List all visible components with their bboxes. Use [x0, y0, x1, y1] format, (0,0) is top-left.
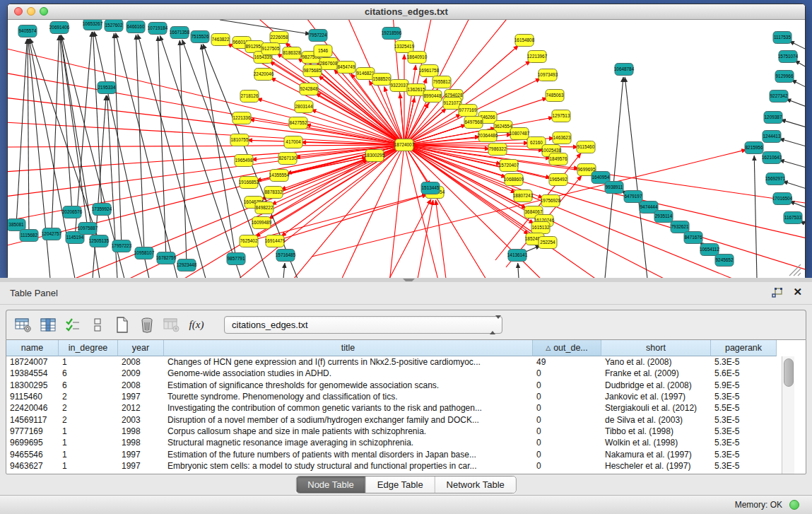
graph-node[interactable]: 17016504: [772, 193, 793, 205]
graph-node[interactable]: 10654112: [700, 244, 719, 256]
graph-node[interactable]: 17359924: [92, 204, 112, 216]
column-header-short[interactable]: short: [601, 340, 711, 356]
graph-node[interactable]: 2226058: [270, 32, 288, 44]
table-row[interactable]: 1872400712008Changes of HCN gene express…: [6, 356, 777, 368]
graph-node[interactable]: 9875685: [303, 65, 322, 77]
close-panel-icon[interactable]: ✕: [793, 286, 802, 298]
graph-node[interactable]: 1588520: [372, 74, 391, 86]
graph-node[interactable]: 9322037: [390, 80, 408, 92]
graph-node[interactable]: 7932621: [671, 221, 689, 233]
graph-node[interactable]: 10975887: [78, 223, 98, 235]
graph-node[interactable]: 12213967: [527, 51, 548, 63]
graph-node[interactable]: 1117535: [773, 32, 792, 44]
graph-node[interactable]: 12923448: [177, 259, 197, 271]
function-builder-icon[interactable]: f(x): [187, 315, 206, 335]
graph-node[interactable]: 1115682: [20, 230, 38, 242]
graph-node[interactable]: 7986322: [488, 144, 507, 156]
graph-node[interactable]: 10648784: [614, 64, 635, 76]
new-attribute-icon[interactable]: [112, 315, 132, 335]
graph-node[interactable]: 14136141: [507, 250, 528, 262]
graph-node[interactable]: 8454749: [337, 62, 355, 74]
table-row[interactable]: 1938455462009Genome-wide association stu…: [6, 368, 777, 379]
graph-node[interactable]: 385081: [8, 219, 25, 231]
graph-node[interactable]: 1527602: [105, 20, 123, 32]
graph-node[interactable]: 9227342: [770, 90, 788, 103]
graph-node[interactable]: 2867608: [319, 58, 338, 70]
graph-node[interactable]: 7485063: [546, 90, 564, 102]
graph-node[interactable]: 18640910: [407, 52, 428, 64]
graph-node[interactable]: 15692971: [765, 173, 786, 185]
graph-node[interactable]: 20691406: [49, 22, 70, 34]
table-select-dropdown[interactable]: citations_edges.txt: [224, 316, 502, 334]
graph-node[interactable]: 1362615: [407, 84, 425, 96]
graph-node[interactable]: 1965492: [549, 174, 567, 186]
graph-node[interactable]: 1615132: [531, 222, 550, 234]
graph-node[interactable]: 7625402: [240, 235, 258, 247]
table-row[interactable]: 911546021997Tourette syndrome. Phenomeno…: [6, 391, 777, 402]
graph-node[interactable]: 1463623: [553, 132, 571, 144]
graph-node[interactable]: 8990448: [423, 90, 442, 103]
table-scrollbar[interactable]: [782, 356, 794, 474]
tab-node-table[interactable]: Node Table: [296, 477, 365, 493]
table-row[interactable]: 1456911722003Disruption of a novel membe…: [6, 414, 777, 425]
graph-node[interactable]: 9245652: [715, 255, 734, 267]
graph-node[interactable]: 1221336: [233, 112, 251, 124]
graph-node[interactable]: 417004: [284, 136, 302, 148]
graph-node[interactable]: 7515526: [191, 31, 209, 43]
show-columns-icon[interactable]: [38, 315, 58, 335]
row-height-icon[interactable]: [88, 315, 107, 335]
graph-node[interactable]: 10807487: [510, 128, 530, 140]
graph-node[interactable]: 9777169: [459, 105, 477, 117]
graph-node[interactable]: 6466160: [126, 21, 145, 33]
table-row[interactable]: 946554611997Estimation of the future num…: [6, 448, 777, 460]
graph-node[interactable]: 9938911: [605, 182, 623, 194]
graph-node[interactable]: 2803144: [295, 101, 313, 113]
graph-node[interactable]: 6479197: [624, 191, 642, 203]
graph-node[interactable]: 18724007: [394, 139, 415, 151]
graph-node[interactable]: 2195334: [98, 82, 116, 94]
graph-node[interactable]: 1810755: [230, 134, 249, 146]
graph-node[interactable]: 13325419: [394, 41, 415, 53]
graph-node[interactable]: 1513445: [421, 182, 440, 194]
table-scrollbar-thumb[interactable]: [784, 358, 794, 387]
graph-node[interactable]: 1167533: [784, 212, 802, 224]
graph-node[interactable]: 9405574: [18, 25, 37, 37]
graph-node[interactable]: 10973493: [538, 69, 558, 81]
graph-node[interactable]: 9115460: [577, 141, 595, 153]
graph-node[interactable]: 19756928: [541, 195, 561, 207]
graph-node[interactable]: 2935114: [654, 211, 673, 223]
graph-node[interactable]: 10688609: [504, 174, 524, 186]
graph-node[interactable]: 9857791: [227, 253, 245, 265]
column-header-pagerank[interactable]: pagerank: [711, 340, 777, 356]
graph-node[interactable]: 18807243: [513, 190, 534, 202]
delete-attribute-icon[interactable]: [137, 315, 157, 335]
graph-node[interactable]: 19166852: [239, 177, 259, 189]
window-titlebar[interactable]: citations_edges.txt: [8, 4, 805, 20]
graph-node[interactable]: 16961758: [419, 65, 440, 77]
graph-node[interactable]: 2718126: [240, 90, 259, 103]
graph-node[interactable]: 7463822: [211, 34, 230, 46]
graph-node[interactable]: 8471676: [684, 232, 702, 244]
table-row[interactable]: 969969511998Structural magnetic resonanc…: [6, 437, 777, 448]
graph-node[interactable]: 1209387: [764, 112, 782, 124]
graph-node[interactable]: 15751074: [778, 51, 799, 63]
column-header-out_de[interactable]: △out_de...: [533, 340, 601, 356]
graph-node[interactable]: 9129966: [775, 71, 794, 83]
delete-table-icon[interactable]: [162, 315, 182, 335]
graph-node[interactable]: 16671358: [170, 27, 190, 39]
table-row[interactable]: 2242004622012Investigating the contribut…: [6, 402, 777, 414]
graph-node[interactable]: 10653267: [83, 20, 103, 30]
column-header-name[interactable]: name: [6, 340, 59, 356]
graph-node[interactable]: 16914479: [265, 235, 286, 247]
graph-node[interactable]: 1546: [314, 45, 332, 57]
float-panel-icon[interactable]: [771, 287, 784, 298]
table-row[interactable]: 977716911998Corpus callosum shape and si…: [6, 426, 777, 437]
graph-node[interactable]: 8498222: [255, 202, 273, 214]
graph-node[interactable]: 14355554: [269, 170, 290, 182]
graph-node[interactable]: 9146821: [356, 68, 375, 80]
graph-node[interactable]: 15720407: [499, 160, 519, 172]
memory-ok-indicator[interactable]: [789, 500, 799, 510]
table-row[interactable]: 946362711997Embryonic stem cells: a mode…: [6, 460, 777, 472]
network-canvas[interactable]: 9405574206914061065326715276026466160107…: [8, 20, 805, 278]
graph-node[interactable]: 16210643: [762, 152, 782, 164]
